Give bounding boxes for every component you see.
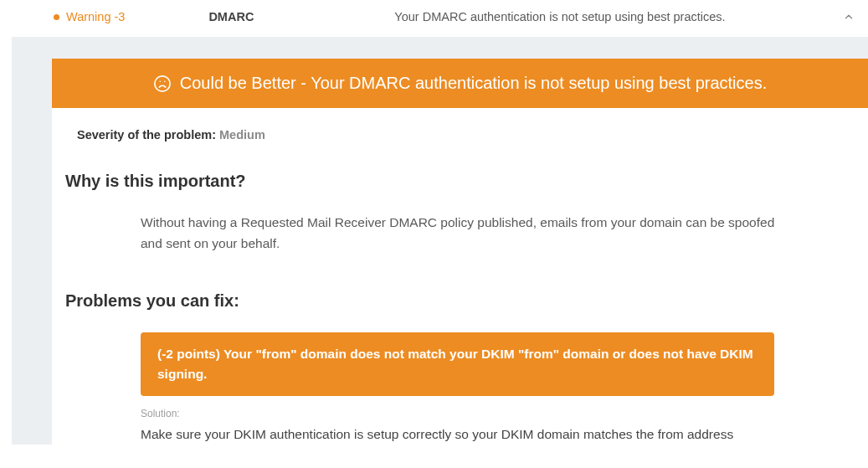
why-heading: Why is this important? (65, 172, 843, 191)
summary-text: Your DMARC authentication is not setup u… (394, 10, 843, 23)
severity-value: Medium (219, 128, 265, 141)
accordion-header[interactable]: Warning -3 DMARC Your DMARC authenticati… (0, 0, 868, 37)
severity-line: Severity of the problem: Medium (77, 128, 843, 141)
severity-label: Severity of the problem: (77, 128, 219, 141)
content-card: Severity of the problem: Medium Why is t… (52, 108, 868, 445)
solution-label: Solution: (141, 408, 843, 419)
status-dot-icon (54, 14, 59, 20)
frown-icon (153, 75, 172, 93)
status-label: Warning -3 (66, 10, 125, 23)
problems-heading: Problems you can fix: (65, 291, 843, 311)
svg-point-0 (155, 75, 170, 90)
banner-text: Could be Better - Your DMARC authenticat… (180, 74, 768, 93)
problem-item: (-2 points) Your "from" domain does not … (141, 332, 774, 396)
why-body: Without having a Requested Mail Receiver… (141, 213, 793, 255)
solution-body: Make sure your DKIM authentication is se… (141, 424, 793, 445)
category-label: DMARC (208, 10, 254, 23)
chevron-up-icon[interactable] (843, 11, 855, 23)
could-be-better-banner: Could be Better - Your DMARC authenticat… (52, 59, 868, 108)
detail-panel: Could be Better - Your DMARC authenticat… (12, 37, 868, 445)
